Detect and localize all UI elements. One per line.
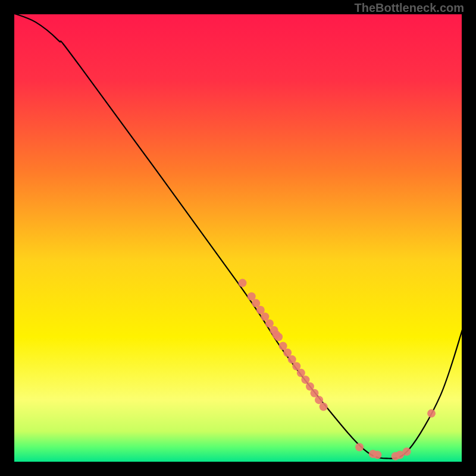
watermark-text: TheBottleneck.com — [355, 1, 464, 15]
data-marker — [427, 409, 436, 418]
data-marker — [320, 403, 328, 411]
data-marker — [403, 447, 411, 456]
chart-frame — [13, 13, 463, 463]
data-marker — [355, 443, 364, 452]
chart-svg — [13, 13, 463, 463]
data-marker — [239, 279, 247, 287]
data-marker — [274, 333, 283, 341]
chart-background — [13, 13, 463, 463]
data-marker — [373, 450, 381, 459]
